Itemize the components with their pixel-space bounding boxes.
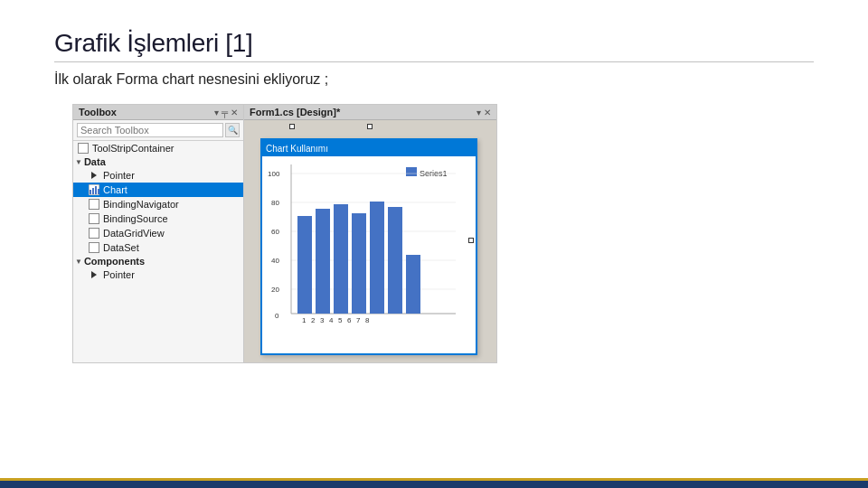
svg-text:4: 4 bbox=[329, 316, 334, 324]
page-title: Grafik İşlemleri [1] bbox=[54, 29, 814, 58]
svg-rect-2 bbox=[92, 188, 94, 194]
chart-icon bbox=[88, 183, 100, 196]
item-label: DataSet bbox=[103, 242, 139, 253]
item-label: BindingSource bbox=[103, 213, 168, 224]
pointer-icon bbox=[88, 169, 100, 182]
svg-rect-4 bbox=[98, 189, 99, 194]
pin-icon[interactable]: ▾ bbox=[476, 108, 481, 117]
binding-source-item[interactable]: BindingSource bbox=[73, 211, 243, 226]
components-group-header[interactable]: ▼ Components bbox=[73, 255, 243, 267]
datagridview-item[interactable]: DataGridView bbox=[73, 226, 243, 240]
group-label: Data bbox=[84, 156, 106, 167]
toolbox-search: 🔍 bbox=[73, 120, 243, 141]
form-panel-header-icons: ▾ ✕ bbox=[476, 108, 491, 117]
handle-tr bbox=[367, 124, 373, 129]
svg-text:40: 40 bbox=[271, 257, 279, 265]
toolbox-title: Toolbox bbox=[79, 107, 117, 117]
toolbox-header: Toolbox ▾ ╤ ✕ bbox=[73, 105, 243, 120]
svg-text:80: 80 bbox=[271, 199, 279, 207]
toolstrip-container-item[interactable]: ToolStripContainer bbox=[73, 141, 243, 155]
svg-rect-22 bbox=[316, 209, 330, 314]
form-window[interactable]: Chart Kullanımı Series1 100 80 60 40 bbox=[260, 138, 477, 355]
binding-navigator-item[interactable]: BindingNavigator bbox=[73, 197, 243, 211]
svg-rect-25 bbox=[370, 202, 384, 314]
form-title: Chart Kullanımı bbox=[266, 144, 328, 154]
handle-tl bbox=[289, 124, 295, 129]
svg-rect-1 bbox=[90, 190, 91, 194]
subtitle: İlk olarak Forma chart nesnesini ekliyor… bbox=[54, 71, 814, 88]
data-group-header[interactable]: ▼ Data bbox=[73, 155, 243, 168]
pin-icon[interactable]: ▾ bbox=[214, 108, 219, 117]
close-icon[interactable]: ✕ bbox=[231, 108, 238, 117]
item-label: Pointer bbox=[103, 269, 135, 280]
svg-rect-24 bbox=[352, 213, 366, 314]
toolbox-panel: Toolbox ▾ ╤ ✕ 🔍 ToolStripContainer bbox=[72, 104, 244, 363]
item-label: BindingNavigator bbox=[103, 199, 179, 210]
svg-text:8: 8 bbox=[365, 316, 370, 324]
search-button[interactable]: 🔍 bbox=[225, 123, 240, 137]
chart-svg: Series1 100 80 60 40 20 0 bbox=[266, 160, 465, 327]
main-content: Grafik İşlemleri [1] İlk olarak Forma ch… bbox=[0, 0, 868, 381]
item-label: Pointer bbox=[103, 170, 135, 181]
svg-rect-3 bbox=[95, 186, 97, 194]
svg-text:7: 7 bbox=[356, 316, 361, 324]
collapse-triangle: ▼ bbox=[75, 158, 82, 166]
svg-text:3: 3 bbox=[320, 316, 325, 324]
svg-text:5: 5 bbox=[338, 316, 343, 324]
selection-handles-top bbox=[289, 124, 373, 129]
svg-text:6: 6 bbox=[347, 316, 352, 324]
dataset-item[interactable]: DataSet bbox=[73, 240, 243, 255]
svg-text:2: 2 bbox=[311, 316, 316, 324]
pointer-icon bbox=[88, 268, 100, 281]
svg-text:20: 20 bbox=[271, 286, 279, 294]
search-input[interactable] bbox=[77, 123, 223, 137]
form-titlebar: Chart Kullanımı bbox=[262, 140, 476, 156]
form-design-area[interactable]: Chart Kullanımı Series1 100 80 60 40 bbox=[244, 120, 496, 362]
form-panel: Form1.cs [Design]* ▾ ✕ Chart Kullanımı bbox=[244, 104, 497, 363]
dock-icon[interactable]: ✕ bbox=[484, 108, 491, 117]
dataset-icon bbox=[88, 241, 100, 254]
toolbox-header-icons: ▾ ╤ ✕ bbox=[214, 108, 238, 117]
bottom-bar bbox=[0, 481, 868, 488]
divider bbox=[54, 61, 814, 62]
svg-rect-5 bbox=[406, 167, 417, 176]
svg-rect-27 bbox=[406, 255, 420, 314]
pointer-item[interactable]: Pointer bbox=[73, 168, 243, 183]
svg-text:60: 60 bbox=[271, 228, 279, 236]
svg-rect-26 bbox=[388, 207, 402, 314]
components-pointer-item[interactable]: Pointer bbox=[73, 267, 243, 282]
svg-text:0: 0 bbox=[275, 312, 279, 320]
binding-src-icon bbox=[88, 212, 100, 225]
form-tab-label[interactable]: Form1.cs [Design]* bbox=[250, 107, 340, 117]
svg-rect-23 bbox=[334, 204, 348, 314]
group-label: Components bbox=[84, 256, 145, 267]
form-panel-header: Form1.cs [Design]* ▾ ✕ bbox=[244, 105, 496, 120]
binding-nav-icon bbox=[88, 198, 100, 211]
screenshot-container: Toolbox ▾ ╤ ✕ 🔍 ToolStripContainer bbox=[72, 104, 814, 363]
form-panel-header-left: Form1.cs [Design]* bbox=[250, 107, 340, 117]
item-label: DataGridView bbox=[103, 228, 165, 239]
toolbox-header-left: Toolbox bbox=[79, 107, 117, 117]
handle-right bbox=[468, 238, 474, 243]
item-label: Chart bbox=[103, 184, 127, 195]
svg-text:100: 100 bbox=[268, 170, 280, 178]
generic-icon bbox=[77, 142, 90, 155]
chart-item[interactable]: Chart bbox=[73, 183, 243, 197]
svg-rect-21 bbox=[297, 216, 312, 314]
datagridview-icon bbox=[88, 227, 100, 239]
item-label: ToolStripContainer bbox=[92, 143, 175, 154]
dock-icon[interactable]: ╤ bbox=[222, 108, 228, 117]
chart-area: Series1 100 80 60 40 20 0 bbox=[262, 156, 476, 353]
collapse-triangle: ▼ bbox=[75, 258, 82, 266]
svg-text:1: 1 bbox=[302, 316, 307, 324]
